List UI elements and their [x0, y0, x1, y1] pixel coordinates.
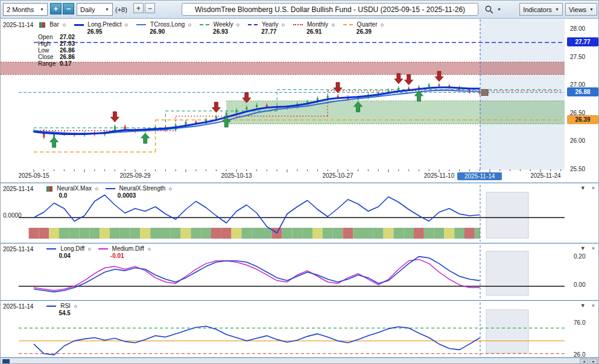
line-marker-icon — [46, 248, 56, 249]
line-marker-icon — [46, 306, 56, 307]
close-panel-icon[interactable]: × — [592, 245, 595, 251]
panel-controls: ▼ × — [580, 185, 595, 191]
chevron-down-icon: ▼ — [40, 7, 44, 11]
legend-item-long-predict[interactable]: Long.Predict 26.95 — [74, 21, 128, 35]
series-options-icon[interactable] — [74, 305, 77, 308]
series-options-icon[interactable] — [236, 24, 239, 27]
ohlc-readout: Open27.02 High27.03 Low26.86 Close26.86 … — [38, 34, 75, 67]
diff-axis-label: 0.20 — [574, 253, 585, 260]
rsi-legend: 2025-11-14 RSI 54.5 — [3, 303, 77, 316]
cursor-date-label: 2025-11-14 — [3, 186, 33, 192]
rsi-plot[interactable] — [1, 301, 599, 357]
toolbar: 2 Months ▼ + − Daily ▼ (+8) + − WisdomTr… — [1, 1, 599, 19]
legend-item-medium-diff[interactable]: Medium.Diff -0.01 — [98, 245, 151, 259]
cursor-date-label: 2025-11-14 — [3, 246, 33, 253]
line-marker-icon — [248, 24, 258, 25]
collapse-panel-icon[interactable]: ▼ — [580, 245, 586, 251]
legend-label: Quarter — [357, 21, 378, 28]
series-options-icon[interactable] — [381, 24, 384, 27]
offset-decrease-button[interactable]: − — [145, 3, 155, 13]
horizontal-scrollbar[interactable]: ◄ ► — [1, 357, 599, 364]
bar-offset-label: (+8) — [115, 3, 127, 16]
y-axis-label: 28.00 — [570, 25, 585, 32]
neuralx-zero-label: 0.0000 — [3, 212, 22, 219]
series-options-icon[interactable] — [282, 24, 285, 27]
x-axis-label[interactable]: 2025-11-14 — [457, 172, 502, 180]
legend-label: NeuralX.Max — [57, 185, 92, 192]
legend-value: 0.0 — [59, 192, 98, 199]
neuralx-panel: 2025-11-14 NeuralX.Max 0.0 NeuralX.Stren… — [1, 183, 599, 243]
y-axis-label: 25.50 — [570, 166, 585, 172]
series-options-icon[interactable] — [125, 24, 128, 27]
offset-increase-button[interactable]: + — [133, 3, 144, 13]
diff-legend: 2025-11-14 Long.Diff 0.04 Medium.Diff -0… — [3, 245, 151, 259]
rsi-panel: 2025-11-14 RSI 54.5 ▼ × — [1, 300, 599, 357]
range-select[interactable]: 2 Months ▼ — [3, 3, 48, 16]
range-increase-button[interactable]: + — [50, 3, 62, 14]
close-panel-icon[interactable]: × — [592, 303, 595, 309]
charting-application-window: 2 Months ▼ + − Daily ▼ (+8) + − WisdomTr… — [0, 0, 599, 364]
cursor-date-label: 2025-11-14 — [3, 22, 33, 28]
chevron-down-icon: ▼ — [497, 7, 501, 11]
collapse-panel-icon[interactable]: ▼ — [580, 185, 586, 191]
legend-label: Monthly — [307, 21, 328, 28]
last-price-badge: 26.88 — [567, 87, 598, 96]
legend-value: 27.77 — [261, 28, 285, 35]
legend-item-yearly[interactable]: Yearly 27.77 — [248, 21, 285, 35]
legend-label: Long.Diff — [60, 245, 84, 252]
range-decrease-button[interactable]: − — [63, 3, 74, 14]
line-marker-icon — [293, 24, 303, 25]
x-axis-label: 2025-10-27 — [314, 172, 362, 179]
x-axis-label: 2025-09-29 — [111, 172, 159, 179]
neuralx-max-icon — [46, 186, 52, 192]
scroll-left-icon[interactable]: ◄ — [580, 359, 588, 364]
legend-item-neuralx-max[interactable]: NeuralX.Max 0.0 — [46, 185, 98, 199]
legend-item-weekly[interactable]: Weekly 26.93 — [200, 21, 239, 35]
collapse-panel-icon[interactable]: ▼ — [580, 303, 586, 309]
search-icon — [484, 5, 494, 14]
close-panel-icon[interactable]: × — [592, 185, 595, 191]
legend-label: Yearly — [262, 21, 278, 28]
legend-item-neuralx-strength[interactable]: NeuralX.Strength 0.0003 — [106, 185, 172, 199]
line-marker-icon — [200, 24, 209, 25]
legend-label: RSI — [60, 303, 71, 309]
interval-select[interactable]: Daily ▼ — [77, 3, 113, 16]
x-axis-label: 2025-11-24 — [521, 172, 569, 179]
series-options-icon[interactable] — [332, 24, 335, 27]
x-axis-label: 2025-09-15 — [10, 172, 58, 179]
price-chart-plot[interactable] — [1, 19, 599, 183]
series-options-icon[interactable] — [148, 248, 151, 251]
series-options-icon[interactable] — [95, 187, 98, 190]
neuralx-legend: 2025-11-14 NeuralX.Max 0.0 NeuralX.Stren… — [3, 185, 172, 199]
legend-value: 26.95 — [87, 28, 128, 35]
indicators-button[interactable]: Indicators ▼ — [519, 3, 563, 16]
legend-item-rsi[interactable]: RSI 54.5 — [46, 303, 77, 316]
indicators-button-label: Indicators — [523, 6, 552, 13]
bar-series-icon — [39, 22, 45, 28]
series-options-icon[interactable] — [63, 24, 66, 27]
legend-value: 26.90 — [150, 28, 191, 35]
line-marker-icon — [136, 24, 146, 25]
legend-item-long-diff[interactable]: Long.Diff 0.04 — [46, 245, 90, 259]
legend-item-bar[interactable]: Bar — [39, 21, 65, 28]
cursor-date-label: 2025-11-14 — [3, 303, 33, 310]
symbol-title[interactable]: WisdomTree Bloomberg U.S. Dollar Bullish… — [182, 3, 478, 16]
legend-item-monthly[interactable]: Monthly 26.91 — [293, 21, 335, 35]
series-options-icon[interactable] — [169, 187, 172, 190]
legend-label: Medium.Diff — [112, 245, 144, 252]
symbol-search[interactable]: ▼ — [481, 3, 504, 16]
legend-item-quarter[interactable]: Quarter 26.39 — [343, 21, 384, 35]
legend-label: NeuralX.Strength — [119, 185, 166, 192]
line-marker-icon — [98, 248, 108, 249]
scroll-right-icon[interactable]: ► — [589, 359, 598, 364]
line-marker-icon — [106, 188, 115, 189]
price-chart-panel: 2025-11-14 Bar Long.Predict 26.95 — [1, 19, 599, 183]
diff-axis-label: 0.00 — [574, 281, 585, 288]
scrollbar-home-button[interactable] — [2, 359, 10, 364]
series-options-icon[interactable] — [188, 24, 191, 27]
panel-controls: ▼ × — [580, 245, 595, 251]
x-axis-labels: 2025-09-152025-09-292025-10-132025-10-27… — [1, 172, 599, 182]
series-options-icon[interactable] — [88, 248, 91, 251]
legend-item-tcross-long[interactable]: TCross.Long 26.90 — [136, 21, 191, 35]
legend-label: TCross.Long — [150, 21, 185, 28]
